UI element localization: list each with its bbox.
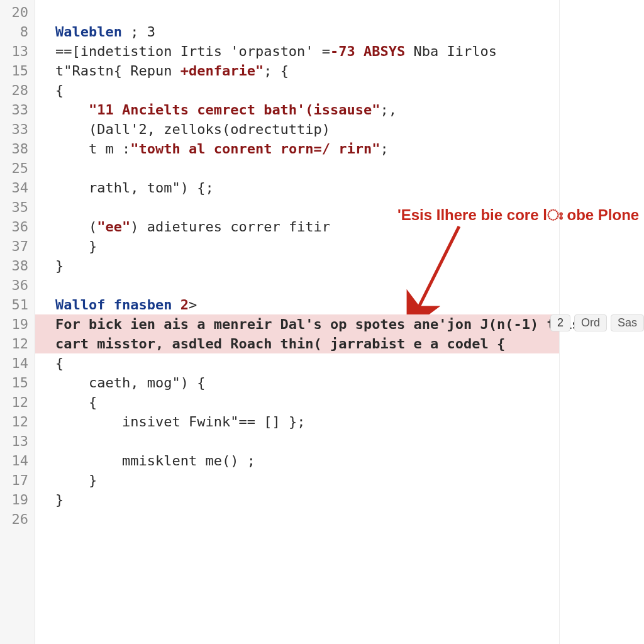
line-number: 25 — [0, 158, 35, 178]
code-line[interactable]: caeth, mog") { — [35, 373, 559, 392]
line-number: 19 — [0, 314, 35, 334]
inline-controls: 2 Ord Sas — [550, 314, 644, 331]
code-line[interactable]: { — [35, 80, 559, 100]
line-number: 36 — [0, 275, 35, 295]
line-number: 15 — [0, 61, 35, 80]
code-line[interactable]: Waleblen ; 3 — [35, 22, 559, 42]
code-line[interactable] — [35, 431, 559, 451]
code-editor: 20 8 13 15 28 33 33 38 25 34 35 36 37 38… — [0, 0, 644, 644]
line-number: 12 — [0, 334, 35, 353]
code-line[interactable]: mmisklent me() ; — [35, 451, 559, 470]
code-line[interactable]: } — [35, 236, 559, 256]
code-line[interactable]: (Dall'2, zelloks(odrectuttip) — [35, 119, 559, 139]
code-line[interactable] — [35, 197, 559, 217]
line-number: 19 — [0, 490, 35, 509]
match-count-button[interactable]: 2 — [550, 314, 570, 331]
line-number: 51 — [0, 295, 35, 314]
line-number: 33 — [0, 100, 35, 119]
line-number: 12 — [0, 412, 35, 431]
line-number: 38 — [0, 256, 35, 275]
line-number: 14 — [0, 451, 35, 470]
code-line[interactable]: "11 Ancielts cemrect bath'(issause";, — [35, 100, 559, 119]
code-viewport[interactable]: 'Esis Ilhere bie core lঃ obe Plone Waleb… — [35, 0, 560, 644]
code-line[interactable] — [35, 509, 559, 529]
code-line-highlight[interactable]: cart misstor, asdled Roach thin( jarrabi… — [35, 334, 559, 353]
sas-button[interactable]: Sas — [611, 314, 644, 331]
code-line[interactable]: } — [35, 256, 559, 275]
line-number: 26 — [0, 509, 35, 529]
line-number: 38 — [0, 139, 35, 158]
line-number: 13 — [0, 42, 35, 61]
line-number-gutter: 20 8 13 15 28 33 33 38 25 34 35 36 37 38… — [0, 0, 35, 644]
code-line[interactable]: } — [35, 470, 559, 490]
line-number: 35 — [0, 197, 35, 217]
line-number: 36 — [0, 217, 35, 236]
line-number: 12 — [0, 392, 35, 412]
line-number: 33 — [0, 119, 35, 139]
line-number: 13 — [0, 431, 35, 451]
code-line[interactable]: ("ee") adietures correr fitir — [35, 217, 559, 236]
ord-button[interactable]: Ord — [574, 314, 607, 331]
line-number: 15 — [0, 373, 35, 392]
line-number: 37 — [0, 236, 35, 256]
code-line[interactable] — [35, 3, 559, 22]
code-line[interactable]: t"Rastn{ Repun +denfarie"; { — [35, 61, 559, 80]
line-number: 8 — [0, 22, 35, 42]
code-line[interactable]: rathl, tom") {; — [35, 178, 559, 197]
code-line[interactable]: insivet Fwink"== [] }; — [35, 412, 559, 431]
line-number: 28 — [0, 80, 35, 100]
code-line[interactable]: t m :"towth al conrent rorn=/ rirn"; — [35, 139, 559, 158]
code-line[interactable]: Wallof fnasben 2> — [35, 295, 559, 314]
line-number: 20 — [0, 3, 35, 22]
code-line[interactable] — [35, 275, 559, 295]
code-line[interactable]: { — [35, 353, 559, 373]
line-number: 14 — [0, 353, 35, 373]
code-line[interactable]: } — [35, 490, 559, 509]
code-line[interactable]: { — [35, 392, 559, 412]
code-line[interactable] — [35, 158, 559, 178]
line-number: 17 — [0, 470, 35, 490]
code-line-highlight[interactable]: For bick ien ais a menreir Dal's op spot… — [35, 314, 559, 334]
line-number: 34 — [0, 178, 35, 197]
code-line[interactable]: ==[indetistion Irtis 'orpaston' =-73 ABS… — [35, 42, 559, 61]
